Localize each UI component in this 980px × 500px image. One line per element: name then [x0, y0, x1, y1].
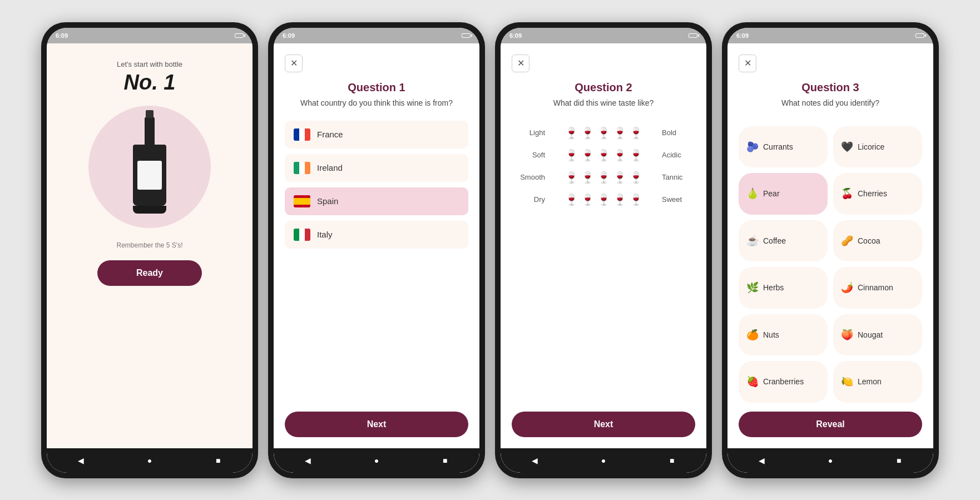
- home-button-1[interactable]: ●: [143, 454, 156, 467]
- next-button-q2[interactable]: Next: [512, 412, 695, 437]
- wine-icons-light: 🍷 🍷 🍷 🍷 🍷: [548, 126, 659, 140]
- note-pear-label: Pear: [763, 189, 780, 198]
- wine-icon[interactable]: 🍷: [597, 171, 611, 184]
- cranberries-icon: 🍓: [746, 375, 759, 388]
- note-cocoa[interactable]: 🥜 Cocoa: [833, 220, 922, 262]
- option-ireland-label: Ireland: [317, 163, 343, 172]
- wine-icon[interactable]: 🍷: [565, 126, 578, 140]
- next-button-q1[interactable]: Next: [285, 412, 468, 437]
- start-screen: Let's start with bottle No. 1 Rembember …: [47, 43, 253, 448]
- wine-icon[interactable]: 🍷: [565, 148, 578, 162]
- question1-text: What country do you think this wine is f…: [285, 98, 468, 107]
- note-cherries[interactable]: 🍒 Cherries: [833, 173, 922, 215]
- home-button-4[interactable]: ●: [824, 454, 837, 467]
- start-hint: Rembember the 5 S's!: [116, 241, 182, 249]
- option-italy[interactable]: Italy: [285, 221, 468, 249]
- note-coffee-label: Coffee: [763, 236, 786, 245]
- close-button-q1[interactable]: ✕: [285, 55, 303, 72]
- wine-icon[interactable]: 🍷: [581, 148, 595, 162]
- time-2: 6:09: [283, 32, 295, 39]
- wine-icon[interactable]: 🍷: [613, 171, 627, 184]
- bottle-body: [133, 145, 166, 206]
- cherries-icon: 🍒: [841, 187, 853, 200]
- ready-button[interactable]: Ready: [97, 260, 202, 286]
- back-button-1[interactable]: ◀: [75, 454, 88, 467]
- note-herbs[interactable]: 🌿 Herbs: [739, 267, 828, 309]
- wine-circle: [88, 106, 211, 228]
- time-1: 6:09: [56, 32, 68, 39]
- question3-number: Question 3: [739, 81, 922, 94]
- phone-4: 6:09 ✕ Question 3 What notes did you ide…: [722, 22, 939, 478]
- note-cocoa-label: Cocoa: [858, 236, 880, 245]
- note-herbs-label: Herbs: [763, 283, 784, 292]
- status-bar-3: 6:09: [501, 28, 706, 43]
- back-button-3[interactable]: ◀: [528, 454, 542, 467]
- wine-bottle: [130, 117, 169, 217]
- note-cinnamon[interactable]: 🌶️ Cinnamon: [833, 267, 922, 309]
- wine-icon[interactable]: 🍷: [581, 171, 595, 184]
- taste-grid: Light 🍷 🍷 🍷 🍷 🍷 Bold Soft 🍷 🍷: [512, 126, 695, 400]
- time-4: 6:09: [736, 32, 749, 39]
- coffee-icon: ☕: [746, 235, 759, 247]
- notes-grid: 🫐 Currants 🖤 Licorice 🍐 Pear 🍒 Cherries …: [739, 126, 922, 403]
- note-currants-label: Currants: [763, 142, 793, 151]
- flag-ireland: [294, 162, 310, 174]
- phone-1: 6:09 Let's start with bottle No. 1 Rembe…: [41, 22, 258, 478]
- note-cranberries[interactable]: 🍓 Cranberries: [739, 361, 828, 403]
- note-nuts[interactable]: 🍊 Nuts: [739, 314, 828, 356]
- question1-number: Question 1: [285, 81, 468, 94]
- wine-icon[interactable]: 🍷: [597, 126, 611, 140]
- taste-right-sweet: Sweet: [662, 195, 695, 204]
- currants-icon: 🫐: [746, 141, 759, 153]
- phone-3: 6:09 ✕ Question 2 What did this wine tas…: [495, 22, 712, 478]
- close-button-q3[interactable]: ✕: [739, 55, 756, 72]
- back-button-4[interactable]: ◀: [755, 454, 769, 467]
- wine-icon[interactable]: 🍷: [565, 171, 578, 184]
- lemon-icon: 🍋: [841, 375, 853, 388]
- note-coffee[interactable]: ☕ Coffee: [739, 220, 828, 262]
- option-spain[interactable]: Spain: [285, 187, 468, 215]
- note-lemon[interactable]: 🍋 Lemon: [833, 361, 922, 403]
- phone-nav-4: ◀ ● ■: [727, 448, 933, 473]
- wine-icon[interactable]: 🍷: [629, 126, 643, 140]
- battery-icon-3: [689, 33, 697, 38]
- back-button-2[interactable]: ◀: [301, 454, 315, 467]
- option-ireland[interactable]: Ireland: [285, 154, 468, 182]
- taste-row-light: Light 🍷 🍷 🍷 🍷 🍷 Bold: [512, 126, 695, 140]
- wine-icon[interactable]: 🍷: [629, 193, 643, 206]
- recent-button-1[interactable]: ■: [211, 454, 225, 467]
- wine-icon[interactable]: 🍷: [581, 126, 595, 140]
- bottle-label: [137, 161, 162, 190]
- note-licorice[interactable]: 🖤 Licorice: [833, 126, 922, 168]
- taste-right-tannic: Tannic: [662, 173, 695, 181]
- wine-icon[interactable]: 🍷: [597, 193, 611, 206]
- close-button-q2[interactable]: ✕: [512, 55, 529, 72]
- nougat-icon: 🍑: [841, 329, 853, 341]
- option-france-label: France: [317, 130, 343, 139]
- option-france[interactable]: France: [285, 121, 468, 148]
- wine-icon[interactable]: 🍷: [629, 171, 643, 184]
- wine-icon[interactable]: 🍷: [613, 126, 627, 140]
- taste-left-light: Light: [512, 128, 545, 137]
- taste-left-dry: Dry: [512, 195, 545, 204]
- home-button-2[interactable]: ●: [370, 454, 383, 467]
- question1-screen: ✕ Question 1 What country do you think t…: [274, 43, 479, 448]
- recent-button-4[interactable]: ■: [892, 454, 905, 467]
- note-pear[interactable]: 🍐 Pear: [739, 173, 828, 215]
- note-nougat[interactable]: 🍑 Nougat: [833, 314, 922, 356]
- recent-button-3[interactable]: ■: [665, 454, 679, 467]
- option-spain-label: Spain: [317, 196, 338, 206]
- wine-icon[interactable]: 🍷: [613, 148, 627, 162]
- wine-icon[interactable]: 🍷: [581, 193, 595, 206]
- wine-icon[interactable]: 🍷: [597, 148, 611, 162]
- reveal-button[interactable]: Reveal: [739, 412, 922, 437]
- home-button-3[interactable]: ●: [597, 454, 610, 467]
- taste-left-soft: Soft: [512, 151, 545, 159]
- pear-icon: 🍐: [746, 187, 759, 200]
- battery-icon-2: [462, 33, 471, 38]
- note-currants[interactable]: 🫐 Currants: [739, 126, 828, 168]
- wine-icon[interactable]: 🍷: [565, 193, 578, 206]
- wine-icon[interactable]: 🍷: [613, 193, 627, 206]
- wine-icon[interactable]: 🍷: [629, 148, 643, 162]
- recent-button-2[interactable]: ■: [438, 454, 452, 467]
